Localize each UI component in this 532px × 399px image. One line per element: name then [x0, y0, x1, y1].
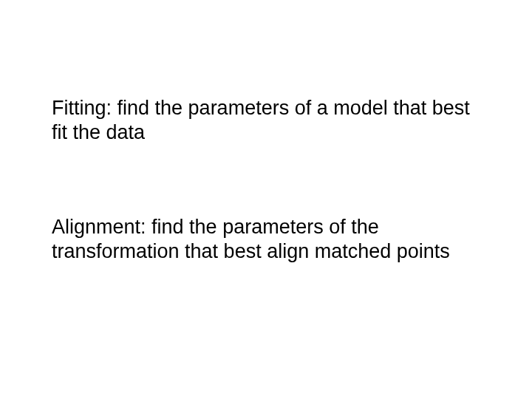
slide-content: Fitting: find the parameters of a model …	[0, 0, 532, 264]
paragraph-fitting: Fitting: find the parameters of a model …	[52, 96, 480, 145]
paragraph-alignment: Alignment: find the parameters of the tr…	[52, 215, 480, 264]
